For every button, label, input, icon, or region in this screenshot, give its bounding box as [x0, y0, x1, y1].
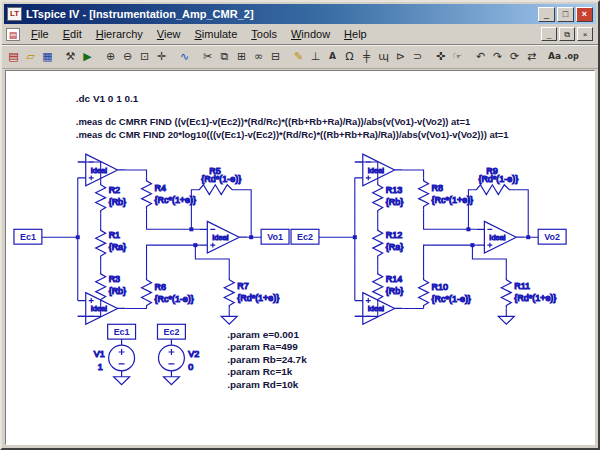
place-component-button[interactable]: ⊃ — [409, 48, 426, 65]
param-rd[interactable]: .param Rd=10k — [227, 379, 299, 390]
copy-button[interactable]: ⧉ — [216, 48, 233, 65]
net-flag-Vo2[interactable]: Vo2 — [538, 229, 566, 244]
undo-button[interactable]: ↶ — [472, 48, 489, 65]
param-rc[interactable]: .param Rc=1k — [227, 366, 293, 377]
child-window-icon[interactable]: ▤ — [6, 28, 20, 41]
place-net-label-button[interactable]: A — [324, 48, 341, 65]
paste-button[interactable]: ⊞ — [233, 48, 250, 65]
menu-help[interactable]: Help — [337, 26, 374, 43]
mdi-minimize-button[interactable]: _ — [541, 27, 557, 41]
open-file-button[interactable]: ▱ — [22, 48, 39, 65]
resistor-R13[interactable]: R13 {Rb} — [373, 182, 403, 214]
resistor-R10[interactable]: R10 {Rc*(1-e)} — [419, 277, 471, 309]
resistor-R11[interactable]: R11 {Rd*(1+e)} — [501, 277, 556, 309]
ground-symbol[interactable] — [114, 377, 130, 385]
directive-dc[interactable]: .dc V1 0 1 0.1 — [76, 93, 139, 104]
net-flag-Ec1-input[interactable]: Ec1 — [14, 229, 42, 244]
resistor-R7[interactable]: R7 {Rd*(1+e)} — [224, 277, 279, 309]
param-rb[interactable]: .param Rb=24.7k — [227, 354, 307, 365]
resistor-R9[interactable]: R9 {Rd*(1-e)} — [472, 166, 518, 195]
voltage-source-V1[interactable]: V1 1 — [94, 339, 135, 377]
waveform-button[interactable]: ∿ — [176, 48, 193, 65]
resistor-R5[interactable]: R5 {Rd*(1-e)} — [195, 166, 241, 195]
resistor-R3[interactable]: R3 {Rb} — [96, 271, 126, 303]
move-button[interactable]: ✜ — [432, 48, 449, 65]
find-button[interactable]: ∞ — [250, 48, 267, 65]
resistor-R2[interactable]: R2 {Rb} — [96, 182, 126, 214]
opamp-right-top[interactable]: Ideal — [355, 154, 403, 186]
draw-wire-button[interactable]: ✎ — [290, 48, 307, 65]
opamp-left-diff[interactable]: Ideal — [199, 221, 247, 253]
menu-tools[interactable]: Tools — [244, 26, 284, 43]
net-flag-Ec2-source[interactable]: Ec2 — [157, 324, 185, 339]
ref-label: R1 — [109, 230, 120, 240]
paste-icon: ⊞ — [237, 49, 246, 64]
window-title: LTspice IV - [Instrumentation_Amp_CMR_2] — [26, 8, 538, 20]
component-gate-icon: ⊃ — [413, 49, 422, 64]
directive-meas-cmrr[interactable]: .meas dc CMRR FIND ((v(Ec1)-v(Ec2))*(Rd/… — [76, 116, 471, 127]
opamp-right-diff[interactable]: Ideal — [476, 221, 524, 253]
zoom-full-button[interactable]: ⊡ — [136, 48, 153, 65]
menu-file[interactable]: File — [24, 26, 56, 43]
cut-button[interactable]: ✂ — [199, 48, 216, 65]
net-flag-Ec2-input[interactable]: Ec2 — [291, 229, 319, 244]
control-panel-button[interactable]: ⚒ — [62, 48, 79, 65]
zoom-in-button[interactable]: ⊕ — [102, 48, 119, 65]
menu-hierarchy[interactable]: Hierarchy — [89, 26, 150, 43]
menu-view[interactable]: View — [150, 26, 188, 43]
resistor-R14[interactable]: R14 {Rb} — [373, 271, 403, 303]
opamp-right-bottom[interactable]: Ideal — [355, 293, 403, 325]
place-inductor-button[interactable]: ɰ — [375, 48, 392, 65]
pan-button[interactable]: ✛ — [153, 48, 170, 65]
net-flag-Ec1-source[interactable]: Ec1 — [108, 324, 136, 339]
value-label: {Rd*(1-e)} — [201, 174, 241, 184]
menu-window[interactable]: Window — [284, 26, 337, 43]
new-schematic-button[interactable]: ▤ — [5, 48, 22, 65]
resistor-R6[interactable]: R6 {Rc*(1-e)} — [142, 277, 194, 309]
waveform-icon: ∿ — [180, 49, 189, 64]
resistor-R8[interactable]: R8 {Rc*(1+e)} — [419, 178, 474, 210]
close-button[interactable]: × — [576, 7, 593, 22]
mdi-restore-button[interactable]: ⧉ — [559, 27, 575, 41]
ref-label: R8 — [432, 183, 443, 193]
run-icon: ▶ — [83, 49, 91, 64]
param-e[interactable]: .param e=0.001 — [227, 329, 299, 340]
param-ra[interactable]: .param Ra=499 — [227, 341, 298, 352]
rotate-button[interactable]: ⟳ — [506, 48, 523, 65]
run-button[interactable]: ▶ — [79, 48, 96, 65]
resistor-R1[interactable]: R1 {Ra} — [96, 227, 126, 259]
menu-simulate[interactable]: Simulate — [187, 26, 244, 43]
mdi-close-button[interactable]: × — [577, 27, 593, 41]
place-ground-button[interactable]: ⊥ — [307, 48, 324, 65]
opamp-left-bottom[interactable]: Ideal — [78, 293, 126, 325]
spice-directive-button[interactable]: .op — [563, 48, 580, 65]
voltage-source-V2[interactable]: V2 0 — [158, 339, 199, 377]
title-bar[interactable]: LT LTspice IV - [Instrumentation_Amp_CMR… — [4, 4, 596, 24]
ground-symbol[interactable] — [221, 316, 237, 324]
menu-edit[interactable]: Edit — [56, 26, 89, 43]
place-resistor-button[interactable]: Ω — [341, 48, 358, 65]
resistor-R4[interactable]: R4 {Rc*(1+e)} — [142, 178, 197, 210]
schematic-canvas[interactable]: .dc V1 0 1 0.1 .meas dc CMRR FIND ((v(Ec… — [5, 70, 595, 445]
directive-meas-cmr[interactable]: .meas dc CMR FIND 20*log10(((v(Ec1)-v(Ec… — [76, 129, 509, 140]
minimize-button[interactable]: _ — [538, 7, 555, 22]
resistor-R12[interactable]: R12 {Ra} — [373, 227, 403, 259]
value-label: {Rc*(1+e)} — [432, 195, 474, 205]
mirror-button[interactable]: ⇄ — [523, 48, 540, 65]
save-button[interactable]: ▦ — [39, 48, 56, 65]
ref-label: R12 — [386, 230, 402, 240]
net-flag-Vo1[interactable]: Vo1 — [261, 229, 289, 244]
ground-symbol[interactable] — [163, 377, 179, 385]
place-text-button[interactable]: Aa — [546, 48, 563, 65]
redo-button[interactable]: ↷ — [489, 48, 506, 65]
opamp-left-top[interactable]: Ideal — [78, 154, 126, 186]
toolbar: ▤ ▱ ▦ ⚒ ▶ ⊕ ⊖ ⊡ ✛ ∿ ✂ ⧉ ⊞ ∞ ⊟ ✎ ⊥ A Ω ╪ … — [2, 44, 598, 69]
maximize-button[interactable]: □ — [557, 7, 574, 22]
place-diode-button[interactable]: ⊳ — [392, 48, 409, 65]
ref-label: R7 — [237, 281, 248, 291]
drag-button[interactable]: ☞ — [449, 48, 466, 65]
place-capacitor-button[interactable]: ╪ — [358, 48, 375, 65]
ground-symbol[interactable] — [498, 316, 514, 324]
print-button[interactable]: ⊟ — [267, 48, 284, 65]
zoom-out-button[interactable]: ⊖ — [119, 48, 136, 65]
